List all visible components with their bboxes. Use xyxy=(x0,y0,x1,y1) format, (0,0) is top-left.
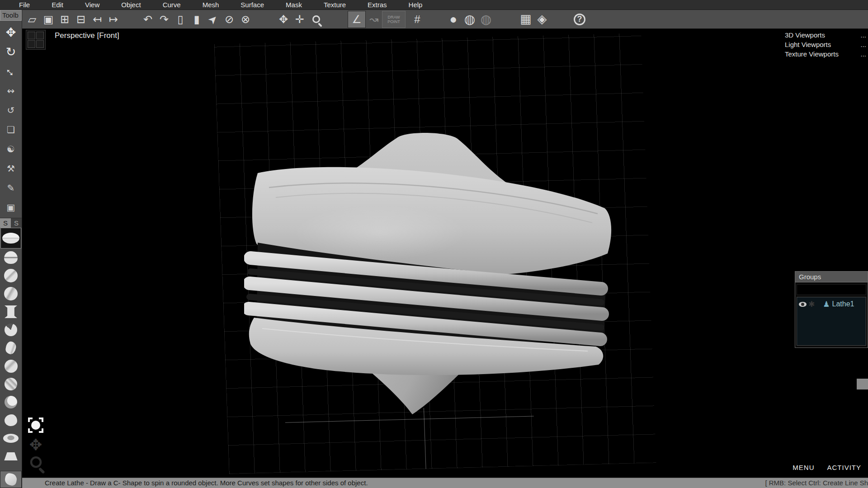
toolbar-help-group: ? xyxy=(574,14,585,25)
group-item-label[interactable]: Lathe1 xyxy=(832,300,854,308)
diamond-view-icon[interactable]: ◈ xyxy=(534,11,550,28)
select-cursor-icon[interactable]: ➤ xyxy=(205,11,221,28)
spool-icon xyxy=(5,305,17,318)
paint-icon[interactable]: ✎ xyxy=(1,178,21,197)
status-message: Create Lathe - Draw a C- Shape to spin a… xyxy=(45,479,368,487)
menu-view[interactable]: View xyxy=(74,0,110,10)
group-row-lathe1[interactable]: ✱ ♟ Lathe1 xyxy=(797,297,866,311)
shape-blob[interactable] xyxy=(0,411,21,429)
menu-surface[interactable]: Surface xyxy=(230,0,275,10)
move-on-curve-icon[interactable]: ↭ xyxy=(1,81,21,100)
angle-tool-icon[interactable]: ∠ xyxy=(348,11,366,28)
copy-icon[interactable]: ▯ xyxy=(172,11,189,28)
tab-shapes-2[interactable]: S xyxy=(11,218,22,228)
deselect-icon[interactable]: ⊘ xyxy=(221,11,237,28)
ellipse-ring-icon xyxy=(3,434,19,443)
grid-snap-icon[interactable]: # xyxy=(409,11,425,28)
export-icon[interactable]: ↦ xyxy=(105,11,122,28)
sphere-s-curve-alt-icon xyxy=(4,287,18,300)
groups-filter-field[interactable] xyxy=(797,284,866,295)
shape-ellipse-ring[interactable] xyxy=(0,429,21,447)
help-icon[interactable]: ? xyxy=(574,14,585,25)
panel-texture-viewports[interactable]: Texture Viewports ... xyxy=(785,49,866,59)
right-scrollbar-thumb[interactable] xyxy=(857,379,868,389)
save-as-icon[interactable]: ⊟ xyxy=(73,11,89,28)
shape-ribbon[interactable] xyxy=(0,339,21,357)
hammer-icon[interactable]: ⚒ xyxy=(1,159,21,178)
delete-icon[interactable]: ⊗ xyxy=(237,11,254,28)
open-folder-icon[interactable]: ▱ xyxy=(24,11,40,28)
sidebar-shape-tabs: S S xyxy=(0,218,22,228)
panel-light-viewports[interactable]: Light Viewports ... xyxy=(785,40,866,49)
tool-sidebar: Toolb ✥ ↻ ↔ ↭ ↺ ❏ ☯ ⚒ ✎ ▣ S S xyxy=(0,10,22,488)
toolbar-edit-group: ↶ ↷ ▯ ▮ ➤ ⊘ ⊗ xyxy=(140,11,254,28)
undo-icon[interactable]: ↶ xyxy=(140,11,156,28)
menu-edit[interactable]: Edit xyxy=(41,0,74,10)
tab-shapes-1[interactable]: S xyxy=(0,218,11,228)
viewport-layout-icon[interactable] xyxy=(26,30,46,50)
orbit-view-icon[interactable] xyxy=(28,418,43,433)
import-icon[interactable]: ↤ xyxy=(89,11,105,28)
status-bar: Create Lathe - Draw a C- Shape to spin a… xyxy=(22,478,868,488)
shaded-sphere-icon[interactable]: ● xyxy=(445,11,462,28)
menu-texture[interactable]: Texture xyxy=(313,0,357,10)
lathe-object-icon: ♟ xyxy=(823,300,830,309)
quad-view-icon[interactable]: ▦ xyxy=(518,11,534,28)
viewport-title[interactable]: Perspective [Front] xyxy=(55,31,119,40)
shape-sphere-band[interactable] xyxy=(0,357,21,375)
menu-extras[interactable]: Extras xyxy=(357,0,398,10)
zoom-view-icon[interactable] xyxy=(308,11,324,28)
pan-hand-icon[interactable]: ✥ xyxy=(275,11,292,28)
toolbar-display-group: ● ◍ ◍ xyxy=(445,11,494,28)
menu-curve[interactable]: Curve xyxy=(152,0,192,10)
ribbon-icon xyxy=(5,341,17,355)
shape-sphere-s-curve[interactable] xyxy=(0,267,21,285)
status-shortcut-hints: [ RMB: Select Ctrl: Create Line Sh xyxy=(765,479,868,487)
viewport-panels-list: 3D Viewports ... Light Viewports ... Tex… xyxy=(785,30,866,59)
redo-icon[interactable]: ↷ xyxy=(156,11,172,28)
ellipsis: ... xyxy=(860,40,866,49)
visibility-eye-icon[interactable] xyxy=(799,302,807,307)
activity-button[interactable]: ACTIVITY xyxy=(827,464,861,471)
menu-file[interactable]: File xyxy=(8,0,41,10)
menu-mask[interactable]: Mask xyxy=(275,0,313,10)
rotate-on-curve-icon[interactable]: ↺ xyxy=(1,100,21,120)
move-tool-icon[interactable]: ✥ xyxy=(1,23,21,42)
freeze-icon[interactable]: ✱ xyxy=(808,300,815,309)
paste-icon[interactable]: ▮ xyxy=(189,11,205,28)
pan-view-icon[interactable]: ✥ xyxy=(29,436,42,455)
scale-tool-icon[interactable]: ↔ xyxy=(1,61,21,81)
main-toolbar: ▱ ▣ ⊞ ⊟ ↤ ↦ ↶ ↷ ▯ ▮ ➤ ⊘ ⊗ ✥ ✛ ∠ ↝ DRAW P… xyxy=(22,10,868,29)
shape-sphere-shaded[interactable] xyxy=(0,393,21,411)
menu-help[interactable]: Help xyxy=(398,0,434,10)
panel-3d-viewports[interactable]: 3D Viewports ... xyxy=(785,30,866,40)
shape-spool[interactable] xyxy=(0,303,21,321)
shape-sphere-notch[interactable] xyxy=(0,321,21,339)
shape-trapezoid-cup[interactable] xyxy=(0,447,21,465)
shape-sphere-s-curve-alt[interactable] xyxy=(0,285,21,303)
sculpt-icon[interactable]: ☯ xyxy=(1,139,21,159)
shape-double-bun[interactable] xyxy=(0,249,21,267)
3d-viewport[interactable]: Perspective [Front] 3D Viewports ... Lig… xyxy=(22,29,868,478)
shape-sphere-double-band[interactable] xyxy=(0,375,21,393)
sidebar-header[interactable]: Toolb xyxy=(0,10,22,21)
rotate-tool-icon[interactable]: ↻ xyxy=(1,42,21,61)
menu-mesh[interactable]: Mesh xyxy=(192,0,230,10)
lathe-object-model[interactable] xyxy=(244,124,619,418)
save-icon[interactable]: ▣ xyxy=(40,11,57,28)
menu-object[interactable]: Object xyxy=(110,0,151,10)
curve-point-icon[interactable]: ↝ xyxy=(366,11,382,28)
move-view-icon[interactable]: ✛ xyxy=(292,11,308,28)
groups-panel-header[interactable]: Groups xyxy=(795,272,868,282)
wire-sphere-alt-icon[interactable]: ◍ xyxy=(478,11,494,28)
save-increment-icon[interactable]: ⊞ xyxy=(57,11,73,28)
wire-sphere-icon[interactable]: ◍ xyxy=(462,11,478,28)
shape-pillow-twist[interactable] xyxy=(0,471,22,488)
render-icon[interactable]: ▣ xyxy=(1,197,21,217)
shape-lathe-disc[interactable] xyxy=(0,228,21,249)
primitives-icon[interactable]: ❏ xyxy=(1,120,21,139)
menu-bar: File Edit View Object Curve Mesh Surface… xyxy=(0,0,868,10)
zoom-view-dim-icon[interactable] xyxy=(30,456,42,471)
draw-point-button[interactable]: DRAW POINT xyxy=(382,11,406,28)
menu-button[interactable]: MENU xyxy=(793,464,814,471)
